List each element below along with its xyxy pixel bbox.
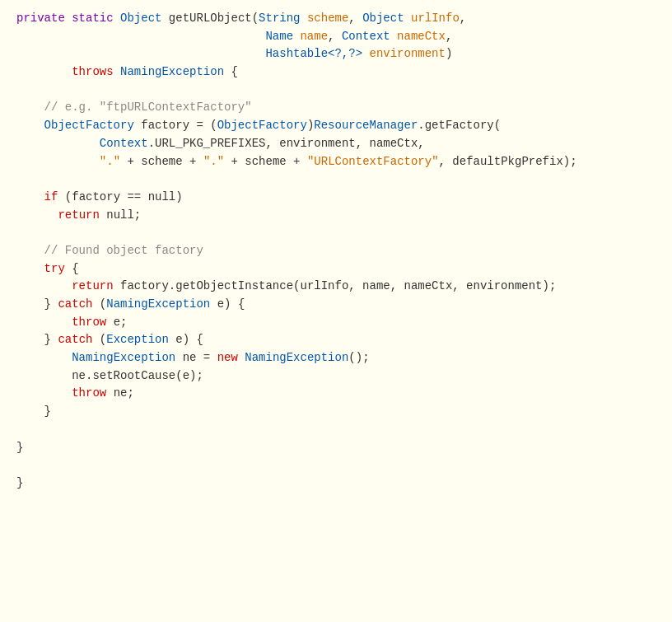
comment-1: // e.g. "ftpURLContextFactory"	[44, 99, 252, 117]
code-line-21: }	[0, 439, 672, 457]
keyword-if: if	[44, 189, 58, 207]
blank-line-3	[0, 224, 672, 242]
code-line-14: } catch ( NamingException e) {	[0, 296, 672, 314]
code-editor: private static Object getURLObject( Stri…	[0, 0, 672, 622]
code-line-19: throw ne;	[0, 385, 672, 403]
keyword-catch-1: catch	[58, 296, 92, 314]
blank-line-5	[0, 456, 672, 475]
code-line-3: Hashtable<?,?> environment )	[0, 45, 672, 63]
keyword-throw-1: throw	[72, 314, 106, 332]
code-line-6: ObjectFactory factory = ( ObjectFactory …	[0, 117, 672, 135]
code-line-13: return factory.getObjectInstance(urlInfo…	[0, 278, 672, 296]
keyword-throw-2: throw	[72, 385, 106, 403]
comment-2: // Found object factory	[44, 242, 203, 260]
blank-line-1	[0, 82, 672, 100]
keyword-try: try	[44, 260, 65, 278]
code-line-20: }	[0, 403, 672, 421]
code-line-1: private static Object getURLObject( Stri…	[0, 10, 672, 28]
code-line-7: Context .URL_PKG_PREFIXES, environment, …	[0, 135, 672, 153]
code-line-9: if (factory == null)	[0, 189, 672, 207]
keyword-catch-2: catch	[58, 331, 92, 349]
code-line-4: throws NamingException {	[0, 63, 672, 82]
keyword-static: static	[72, 10, 113, 28]
code-line-15: throw e;	[0, 314, 672, 332]
code-line-17: NamingException ne = new NamingException…	[0, 349, 672, 367]
blank-line-2	[0, 171, 672, 189]
code-line-10: return null;	[0, 207, 672, 225]
code-line-16: } catch ( Exception e) {	[0, 331, 672, 349]
code-line-5: // e.g. "ftpURLContextFactory"	[0, 99, 672, 117]
keyword-private: private	[16, 10, 65, 28]
keyword-new: new	[217, 349, 238, 367]
code-line-8: "." + scheme + "." + scheme + "URLContex…	[0, 153, 672, 171]
blank-line-4	[0, 421, 672, 439]
keyword-throws: throws	[72, 63, 113, 82]
code-line-12: try {	[0, 260, 672, 278]
keyword-return-2: return	[72, 278, 113, 296]
keyword-return-1: return	[58, 207, 99, 225]
code-line-2: Name name , Context nameCtx ,	[0, 28, 672, 46]
type-object: Object	[120, 10, 161, 28]
code-line-22: }	[0, 475, 672, 493]
code-line-11: // Found object factory	[0, 242, 672, 260]
code-line-18: ne.setRootCause(e);	[0, 367, 672, 386]
